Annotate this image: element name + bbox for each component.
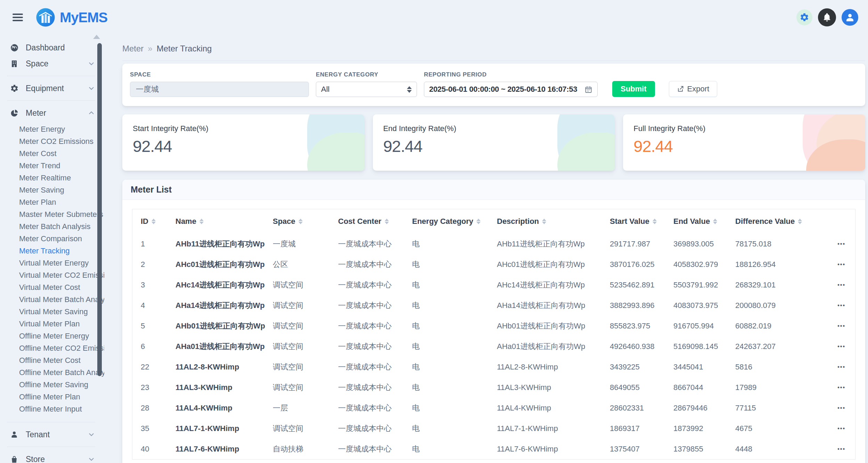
calendar-icon [584, 86, 592, 94]
sidebar-item-meter[interactable]: Meter [0, 105, 104, 121]
sidebar-subitem-master-meter-submeters-balance[interactable]: Master Meter Submeters Balance [0, 208, 104, 220]
sidebar-item-dashboard[interactable]: Dashboard [0, 40, 104, 56]
sidebar-scroll-up-icon[interactable] [93, 35, 100, 39]
cell-name: AHb11进线柜正向有功Wp [175, 239, 273, 249]
energy-category-select[interactable]: All [316, 82, 417, 97]
row-actions-ellipsis-icon[interactable]: ••• [836, 384, 855, 391]
row-actions-ellipsis-icon[interactable]: ••• [836, 302, 855, 309]
sidebar-subitem-meter-trend[interactable]: Meter Trend [0, 160, 104, 172]
breadcrumb-parent[interactable]: Meter [122, 44, 144, 54]
sidebar-subitem-meter-plan[interactable]: Meter Plan [0, 196, 104, 208]
sidebar-subitem-meter-tracking[interactable]: Meter Tracking [0, 245, 104, 257]
cell-start-value: 28602331 [610, 404, 673, 413]
meter-list-card: Meter List IDNameSpaceCost CenterEnergy … [122, 180, 865, 463]
sidebar-subitem-offline-meter-batch-analysis[interactable]: Offline Meter Batch Analysis [0, 366, 104, 379]
notifications-button[interactable] [818, 8, 836, 26]
cell-difference-value: 188126.954 [735, 260, 836, 269]
cell-end-value: 4083073.975 [673, 301, 735, 310]
sidebar-item-store[interactable]: Store [0, 451, 104, 463]
bell-icon [822, 13, 832, 22]
reporting-period-input[interactable]: 2025-06-01 00:00:00 ~ 2025-06-10 16:07:5… [424, 82, 598, 97]
row-actions-ellipsis-icon[interactable]: ••• [836, 261, 855, 268]
user-avatar[interactable] [842, 9, 858, 26]
column-header-energy-category[interactable]: Energy Category [412, 217, 497, 226]
row-actions-ellipsis-icon[interactable]: ••• [836, 405, 855, 411]
cell-end-value: 5169098.145 [673, 342, 735, 351]
cell-energy-category: 电 [412, 403, 497, 413]
column-header-start-value[interactable]: Start Value [610, 217, 673, 226]
column-header-name[interactable]: Name [175, 217, 273, 226]
sidebar-subitem-virtual-meter-plan[interactable]: Virtual Meter Plan [0, 318, 104, 330]
table-row: 3AHc14进线柜正向有功Wp调试空间一度城成本中心电AHc14进线柜正向有功W… [132, 275, 855, 295]
cell-end-value: 1873992 [673, 424, 735, 433]
sidebar-scrollbar[interactable] [97, 43, 102, 376]
column-header-difference-value[interactable]: Difference Value [735, 217, 836, 226]
cell-difference-value: 78175.018 [735, 239, 836, 249]
sidebar-subitem-meter-realtime[interactable]: Meter Realtime [0, 172, 104, 184]
cell-name: 11AL4-KWHimp [175, 404, 273, 413]
sidebar-subitem-meter-energy[interactable]: Meter Energy [0, 123, 104, 135]
sidebar-item-label: Meter [26, 108, 88, 118]
cell-description: 11AL7-6-KWHimp [497, 445, 610, 454]
row-actions-ellipsis-icon[interactable]: ••• [836, 282, 855, 288]
sidebar-subitem-meter-co2-emissions[interactable]: Meter CO2 Emissions [0, 135, 104, 147]
sidebar-subitem-meter-saving[interactable]: Meter Saving [0, 184, 104, 196]
sidebar-subitem-offline-meter-input[interactable]: Offline Meter Input [0, 403, 104, 415]
sidebar-subitem-virtual-meter-co2-emissions[interactable]: Virtual Meter CO2 Emissions [0, 269, 104, 281]
column-header-space[interactable]: Space [273, 217, 338, 226]
sort-icon [199, 219, 204, 224]
user-icon [845, 12, 855, 23]
cell-end-value: 3445041 [673, 363, 735, 372]
sidebar-subitem-virtual-meter-saving[interactable]: Virtual Meter Saving [0, 306, 104, 318]
sidebar-item-tenant[interactable]: Tenant [0, 427, 104, 442]
sidebar-subitem-virtual-meter-energy[interactable]: Virtual Meter Energy [0, 257, 104, 269]
row-actions-ellipsis-icon[interactable]: ••• [836, 241, 855, 247]
cell-space: 调试空间 [273, 423, 338, 434]
sidebar-subitem-offline-meter-plan[interactable]: Offline Meter Plan [0, 391, 104, 403]
brand-logo[interactable]: MyEMS [35, 7, 107, 27]
space-input[interactable]: 一度城 [130, 82, 309, 97]
meter-list-title: Meter List [131, 185, 172, 194]
column-header-end-value[interactable]: End Value [673, 217, 735, 226]
submit-button[interactable]: Submit [612, 81, 655, 97]
sidebar-subitem-virtual-meter-cost[interactable]: Virtual Meter Cost [0, 281, 104, 293]
cell-id: 6 [141, 342, 175, 351]
row-actions-ellipsis-icon[interactable]: ••• [836, 425, 855, 432]
cell-difference-value: 242637.207 [735, 342, 836, 351]
row-actions-ellipsis-icon[interactable]: ••• [836, 323, 855, 329]
chevron-down-icon [88, 431, 95, 438]
row-actions-ellipsis-icon[interactable]: ••• [836, 343, 855, 350]
cell-space: 调试空间 [273, 382, 338, 393]
table-row: 4011AL7-6-KWHimp自动扶梯一度城成本中心电11AL7-6-KWHi… [132, 439, 855, 459]
sidebar-subitem-meter-batch-analysis[interactable]: Meter Batch Analysis [0, 220, 104, 233]
table-row: 3511AL7-1-KWHimp调试空间一度城成本中心电11AL7-1-KWHi… [132, 418, 855, 439]
cell-space: 调试空间 [273, 341, 338, 352]
row-actions-ellipsis-icon[interactable]: ••• [836, 364, 855, 370]
stat-card-end-integrity: End Integrity Rate(%) 92.44 [373, 114, 615, 171]
column-header-description[interactable]: Description [497, 217, 610, 226]
cell-space: 调试空间 [273, 362, 338, 372]
sidebar-subitem-offline-meter-cost[interactable]: Offline Meter Cost [0, 354, 104, 366]
cell-cost-center: 一度城成本中心 [338, 259, 412, 270]
cell-difference-value: 17989 [735, 383, 836, 392]
sidebar-subitem-offline-meter-saving[interactable]: Offline Meter Saving [0, 379, 104, 391]
sidebar-subitem-offline-meter-co2-emissions[interactable]: Offline Meter CO2 Emissions [0, 342, 104, 354]
sidebar-item-equipment[interactable]: Equipment [0, 80, 104, 96]
cell-description: AHa01进线柜正向有功Wp [497, 341, 610, 352]
row-actions-ellipsis-icon[interactable]: ••• [836, 446, 855, 452]
sidebar-subitem-offline-meter-energy[interactable]: Offline Meter Energy [0, 330, 104, 342]
sidebar-item-space[interactable]: Space [0, 56, 104, 72]
column-header-cost-center[interactable]: Cost Center [338, 217, 412, 226]
reporting-period-value: 2025-06-01 00:00:00 ~ 2025-06-10 16:07:5… [429, 85, 577, 94]
sidebar-subitem-meter-cost[interactable]: Meter Cost [0, 147, 104, 160]
settings-button[interactable] [796, 9, 812, 25]
cell-energy-category: 电 [412, 341, 497, 352]
chevron-down-icon [88, 455, 95, 463]
sidebar: Dashboard Space [0, 35, 104, 463]
sort-icon [476, 219, 481, 224]
column-header-id[interactable]: ID [141, 217, 175, 226]
sidebar-subitem-meter-comparison[interactable]: Meter Comparison [0, 233, 104, 245]
export-button[interactable]: Export [669, 81, 718, 97]
hamburger-menu-icon[interactable] [13, 12, 23, 23]
sidebar-subitem-virtual-meter-batch-analysis[interactable]: Virtual Meter Batch Analysis [0, 293, 104, 306]
